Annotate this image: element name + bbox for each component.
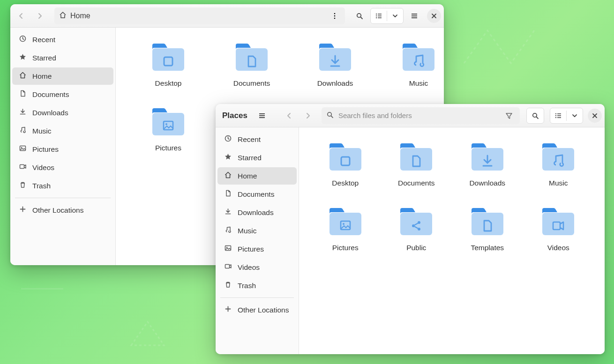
search-button[interactable]	[352, 8, 367, 24]
clock-icon	[19, 35, 27, 45]
music-icon	[224, 226, 232, 236]
svg-rect-6	[376, 14, 377, 15]
svg-point-47	[418, 228, 420, 230]
folder-documents[interactable]: Documents	[214, 41, 289, 88]
folder-icon	[397, 205, 435, 238]
sidebar-item-other-locations[interactable]: Other Locations	[217, 301, 297, 319]
svg-line-5	[361, 17, 363, 19]
sidebar-b: RecentStarredHomeDocumentsDownloadsMusic…	[216, 127, 299, 354]
download-icon	[19, 108, 27, 118]
svg-rect-34	[555, 117, 556, 118]
sidebar-item-starred[interactable]: Starred	[217, 149, 297, 166]
list-view-button[interactable]	[550, 108, 566, 123]
back-button[interactable]	[281, 108, 297, 124]
folder-videos[interactable]: Videos	[527, 205, 590, 252]
pathbar-menu-button[interactable]	[329, 12, 340, 20]
sidebar-item-label: Pictures	[32, 145, 59, 154]
svg-point-2	[334, 15, 336, 16]
folder-music[interactable]: Music	[527, 141, 590, 187]
sidebar-item-home[interactable]: Home	[12, 67, 113, 85]
folder-icon	[400, 41, 437, 74]
folder-label: Downloads	[469, 179, 505, 187]
window-title: Places	[218, 111, 251, 120]
sidebar-item-other-locations[interactable]: Other Locations	[12, 201, 113, 219]
folder-downloads[interactable]: Downloads	[456, 141, 519, 187]
file-manager-window-b: Places	[216, 104, 605, 354]
svg-rect-10	[376, 17, 377, 18]
folder-icon	[397, 141, 435, 173]
search-submit-button[interactable]	[527, 108, 544, 123]
hamburger-menu-button[interactable]	[254, 108, 270, 124]
hamburger-menu-button[interactable]	[406, 8, 422, 24]
folder-label: Desktop	[332, 179, 359, 187]
folder-music[interactable]: Music	[381, 41, 444, 88]
svg-rect-7	[378, 14, 382, 15]
svg-rect-41	[329, 213, 361, 235]
download-icon	[224, 208, 232, 217]
folder-label: Videos	[547, 244, 569, 252]
list-view-button[interactable]	[371, 8, 387, 23]
search-input[interactable]	[337, 111, 497, 120]
folder-icon	[327, 205, 364, 238]
folder-templates[interactable]: Templates	[456, 205, 519, 252]
close-window-button[interactable]	[427, 9, 441, 23]
svg-point-45	[412, 224, 415, 227]
svg-line-27	[331, 116, 333, 118]
svg-rect-9	[378, 15, 382, 16]
sidebar-item-trash[interactable]: Trash	[12, 177, 113, 194]
folder-label: Music	[409, 79, 428, 88]
folder-desktop[interactable]: Desktop	[131, 41, 206, 88]
sidebar-item-documents[interactable]: Documents	[12, 86, 113, 103]
folder-label: Templates	[471, 244, 504, 252]
home-icon	[224, 171, 232, 181]
sidebar-item-videos[interactable]: Videos	[217, 259, 297, 276]
pathbar[interactable]: Home	[54, 7, 345, 24]
filter-button[interactable]	[501, 108, 517, 124]
sidebar-item-label: Trash	[238, 282, 256, 290]
searchbar	[322, 107, 520, 124]
folder-pictures[interactable]: Pictures	[131, 105, 206, 152]
forward-button[interactable]	[32, 8, 48, 24]
wallpaper-decoration	[21, 288, 63, 292]
sidebar-item-music[interactable]: Music	[217, 222, 297, 239]
sidebar-item-pictures[interactable]: Pictures	[217, 240, 297, 258]
sidebar-item-recent[interactable]: Recent	[12, 31, 113, 48]
svg-point-1	[334, 13, 336, 14]
folder-downloads[interactable]: Downloads	[298, 41, 373, 88]
close-window-button[interactable]	[588, 109, 602, 123]
sidebar-item-pictures[interactable]: Pictures	[12, 141, 113, 158]
sidebar-item-label: Starred	[32, 54, 56, 62]
sidebar-item-documents[interactable]: Documents	[217, 186, 297, 203]
folder-label: Documents	[233, 79, 270, 88]
sidebar-item-trash[interactable]: Trash	[217, 277, 297, 294]
video-icon	[19, 163, 27, 172]
view-options-dropdown[interactable]	[567, 108, 583, 123]
sidebar-item-label: Home	[32, 72, 52, 81]
sidebar-item-label: Videos	[32, 163, 54, 172]
sidebar-item-label: Pictures	[238, 245, 264, 253]
wallpaper-decoration	[459, 26, 553, 68]
sidebar-item-music[interactable]: Music	[12, 122, 113, 140]
sidebar-item-downloads[interactable]: Downloads	[12, 104, 113, 121]
folder-documents[interactable]: Documents	[385, 141, 448, 187]
folder-pictures[interactable]: Pictures	[314, 205, 377, 252]
plus-icon	[224, 305, 232, 315]
sidebar-item-label: Recent	[238, 135, 261, 144]
sidebar-item-downloads[interactable]: Downloads	[217, 204, 297, 221]
content-area-b[interactable]: Desktop Documents Downloads Music Pictur…	[299, 127, 605, 354]
sidebar-item-label: Music	[238, 227, 256, 235]
svg-point-22	[165, 123, 167, 125]
sidebar-item-recent[interactable]: Recent	[217, 131, 297, 148]
sidebar-item-starred[interactable]: Starred	[12, 49, 113, 67]
folder-desktop[interactable]: Desktop	[314, 141, 377, 187]
svg-marker-0	[131, 322, 164, 345]
view-options-dropdown[interactable]	[387, 8, 403, 23]
forward-button[interactable]	[300, 108, 316, 124]
back-button[interactable]	[13, 8, 29, 24]
folder-public[interactable]: Public	[385, 205, 448, 252]
sidebar-item-label: Documents	[238, 190, 274, 199]
svg-rect-32	[555, 115, 556, 116]
sidebar-item-videos[interactable]: Videos	[12, 159, 113, 176]
sidebar-item-label: Downloads	[238, 208, 274, 217]
sidebar-item-home[interactable]: Home	[217, 167, 297, 185]
